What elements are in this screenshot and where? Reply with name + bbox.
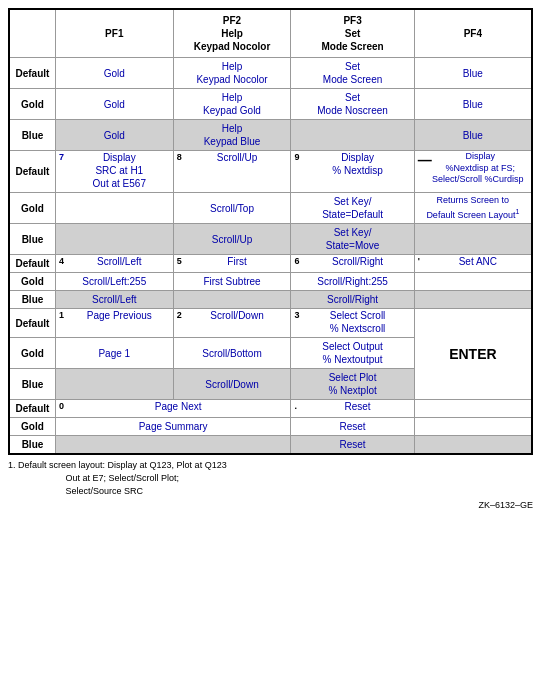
cell-default-dot: . Reset — [291, 400, 414, 418]
cell-gold-9: Set Key/State=Default — [291, 193, 414, 224]
cell-blue-dash — [414, 224, 532, 255]
cell-blue-pf1-1: Gold — [55, 120, 173, 151]
cell-blue-dot: Reset — [291, 436, 414, 455]
cell-enter: ENTER — [414, 309, 532, 400]
cell-gold-pf1-1: Gold — [55, 89, 173, 120]
cell-default-5: 5 First — [173, 255, 291, 273]
row-label-gold-1: Gold — [9, 89, 55, 120]
row-label-gold-3: Gold — [9, 273, 55, 291]
cell-blue-pf2-1: HelpKeypad Blue — [173, 120, 291, 151]
cell-default-pf3-1: SetMode Screen — [291, 58, 414, 89]
cell-gold-pf3-1: SetMode Noscreen — [291, 89, 414, 120]
cell-default-7: 7 DisplaySRC at H1Out at E567 — [55, 151, 173, 193]
cell-gold-4: Scroll/Left:255 — [55, 273, 173, 291]
cell-gold-2: Scroll/Bottom — [173, 338, 291, 369]
zk-code: ZK–6132–GE — [8, 499, 533, 512]
cell-gold-dash: Returns Screen toDefault Screen Layout1 — [414, 193, 532, 224]
cell-default-enter-last — [414, 400, 532, 418]
cell-default-1: 1 Page Previous — [55, 309, 173, 338]
cell-blue-3: Select Plot% Nextplot — [291, 369, 414, 400]
cell-default-0: 0 Page Next — [55, 400, 290, 418]
cell-gold-6: Scroll/Right:255 — [291, 273, 414, 291]
row-label-default-2: Default — [9, 151, 55, 193]
row-label-blue-2: Blue — [9, 224, 55, 255]
row-label-blue-1: Blue — [9, 120, 55, 151]
cell-gold-pf4-1: Blue — [414, 89, 532, 120]
cell-blue-9: Set Key/State=Move — [291, 224, 414, 255]
header-label-col — [9, 9, 55, 58]
header-pf2: PF2 Help Keypad Nocolor — [173, 9, 291, 58]
cell-default-6: 6 Scroll/Right — [291, 255, 414, 273]
footnote-text: 1. Default screen layout: Display at Q12… — [8, 460, 227, 495]
row-label-blue-3: Blue — [9, 291, 55, 309]
cell-gold-0: Page Summary — [55, 418, 290, 436]
header-pf4: PF4 — [414, 9, 532, 58]
cell-default-3: 3 Select Scroll% Nextscroll — [291, 309, 414, 338]
cell-gold-5: First Subtree — [173, 273, 291, 291]
cell-default-apos: ' Set ANC — [414, 255, 532, 273]
row-label-gold-5: Gold — [9, 418, 55, 436]
cell-blue-6: Scroll/Right — [291, 291, 414, 309]
cell-blue-1 — [55, 369, 173, 400]
cell-blue-0 — [55, 436, 290, 455]
cell-blue-apos — [414, 291, 532, 309]
cell-blue-2: Scroll/Down — [173, 369, 291, 400]
header-pf3: PF3 Set Mode Screen — [291, 9, 414, 58]
cell-gold-dot: Reset — [291, 418, 414, 436]
cell-default-4: 4 Scroll/Left — [55, 255, 173, 273]
row-label-default-4: Default — [9, 309, 55, 338]
row-label-gold-2: Gold — [9, 193, 55, 224]
row-label-blue-4: Blue — [9, 369, 55, 400]
cell-gold-pf2-1: HelpKeypad Gold — [173, 89, 291, 120]
cell-blue-pf3-1 — [291, 120, 414, 151]
header-pf1: PF1 — [55, 9, 173, 58]
cell-default-pf4-1: Blue — [414, 58, 532, 89]
cell-default-pf2-1: HelpKeypad Nocolor — [173, 58, 291, 89]
cell-blue-4: Scroll/Left — [55, 291, 173, 309]
cell-default-9: 9 Display% Nextdisp — [291, 151, 414, 193]
cell-blue-8: Scroll/Up — [173, 224, 291, 255]
cell-default-pf1-1: Gold — [55, 58, 173, 89]
cell-blue-7 — [55, 224, 173, 255]
cell-default-dash: — Display%Nextdisp at FS;Select/Scroll %… — [414, 151, 532, 193]
row-label-default-5: Default — [9, 400, 55, 418]
cell-default-2: 2 Scroll/Down — [173, 309, 291, 338]
cell-blue-pf4-1: Blue — [414, 120, 532, 151]
row-label-blue-5: Blue — [9, 436, 55, 455]
row-label-gold-4: Gold — [9, 338, 55, 369]
cell-gold-1: Page 1 — [55, 338, 173, 369]
cell-gold-8: Scroll/Top — [173, 193, 291, 224]
cell-gold-7 — [55, 193, 173, 224]
cell-gold-apos — [414, 273, 532, 291]
row-label-default-1: Default — [9, 58, 55, 89]
row-label-default-3: Default — [9, 255, 55, 273]
cell-blue-5 — [173, 291, 291, 309]
cell-gold-3: Select Output% Nextoutput — [291, 338, 414, 369]
cell-gold-enter-last — [414, 418, 532, 436]
cell-blue-enter-last — [414, 436, 532, 455]
cell-default-8: 8 Scroll/Up — [173, 151, 291, 193]
